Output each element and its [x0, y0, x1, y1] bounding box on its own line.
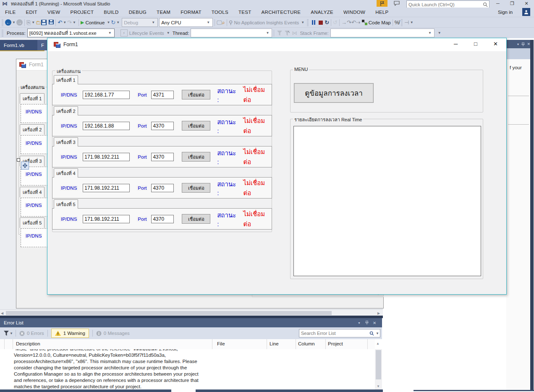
connect-button[interactable]: เชื่อมต่อ [182, 121, 210, 131]
lifecycle-events-label[interactable]: Lifecycle Events [129, 31, 164, 36]
code-map-icon[interactable] [362, 20, 367, 25]
panel-close-icon[interactable]: ✕ [373, 321, 376, 325]
col-line[interactable]: Line [270, 341, 279, 346]
alignment-icon[interactable]: ⊣ [404, 20, 409, 26]
quick-launch-input[interactable] [407, 2, 483, 7]
designer-ip-label[interactable]: IP/DNS [25, 203, 42, 208]
col-column[interactable]: Column [298, 341, 315, 346]
form-maximize-icon[interactable]: □ [474, 41, 477, 47]
form-minimize-icon[interactable]: ─ [454, 41, 458, 47]
menu-team[interactable]: TEAM [152, 8, 175, 16]
menu-debug[interactable]: DEBUG [124, 8, 152, 16]
stop-debugging-icon[interactable] [319, 21, 323, 25]
notifications-flag-icon[interactable] [377, 0, 387, 7]
port-input[interactable] [151, 153, 174, 161]
suspend-threads-icon[interactable]: ⋈ [292, 30, 297, 36]
toolbar-grip[interactable] [401, 19, 403, 26]
redo-icon[interactable]: ↷ [67, 20, 72, 26]
paste-icon[interactable]: ⎘ [26, 20, 31, 26]
save-icon[interactable] [41, 20, 47, 25]
panel-menu-icon[interactable]: ▼ [517, 43, 520, 46]
restore-button[interactable]: ❐ [506, 0, 518, 7]
continue-dropdown-icon[interactable]: ▼ [107, 21, 110, 24]
device-preview-icon[interactable]: 🖵 [217, 20, 222, 26]
navigate-forward-icon[interactable]: → [16, 19, 23, 26]
feedback-icon[interactable] [394, 1, 400, 6]
find-in-files-icon[interactable]: ⌕ [222, 20, 225, 26]
machine4-tab[interactable]: เครื่องที่ 4 [54, 168, 78, 178]
filter-dropdown-icon[interactable]: ▼ [10, 332, 13, 335]
insights-dropdown-icon[interactable]: ▼ [301, 21, 304, 24]
panel-menu-icon[interactable]: ▼ [358, 321, 361, 324]
sign-in-link[interactable]: Sign in [498, 10, 513, 15]
stack-frame-combo[interactable]: ▼ [330, 29, 435, 37]
menu-file[interactable]: FILE [0, 8, 21, 16]
toolbar-overflow-icon[interactable]: ▼ [438, 31, 441, 35]
ip-input[interactable] [83, 215, 130, 223]
navigate-back-icon[interactable]: ← [5, 19, 11, 26]
view-attendance-button[interactable]: ดูข้อมูลการลงเวลา [294, 83, 374, 103]
designer-ip-label[interactable]: IP/DNS [25, 233, 42, 238]
application-insights-icon[interactable]: ⚲ [229, 20, 233, 26]
designer-machine5-tab[interactable]: เครื่องที่ 5 [20, 217, 44, 228]
warning-row[interactable]: "MSIL" and the processor architecture of… [14, 349, 375, 389]
panel-close-icon[interactable]: ✕ [527, 42, 530, 46]
menu-tools[interactable]: TOOLS [207, 8, 233, 16]
save-all-icon[interactable] [48, 20, 54, 25]
machine2-tab[interactable]: เครื่องที่ 2 [54, 106, 78, 115]
step-into-icon[interactable]: → [341, 20, 347, 26]
paste-dropdown-icon[interactable]: ▼ [31, 21, 35, 24]
vscroll-thumb[interactable] [376, 350, 381, 379]
redo-dropdown-icon[interactable]: ▼ [73, 21, 76, 24]
scroll-left-icon[interactable]: ◀ [1, 311, 3, 315]
back-dropdown-icon[interactable]: ▼ [12, 21, 16, 24]
exceptions-toggle-icon[interactable]: %̸ [395, 20, 400, 26]
selection-handle[interactable] [17, 158, 20, 162]
scroll-right-icon[interactable]: ▶ [377, 311, 380, 315]
solution-configuration-combo[interactable]: Debug▼ [122, 18, 158, 27]
ip-input[interactable] [83, 91, 130, 99]
pin-icon[interactable] [365, 321, 369, 324]
designer-ip-label[interactable]: IP/DNS [25, 141, 42, 146]
designer-ip-label[interactable]: IP/DNS [25, 172, 42, 177]
step-over-icon[interactable]: ↷ [347, 20, 351, 26]
errors-toggle[interactable]: 0 Errors [27, 331, 44, 336]
pause-icon[interactable] [312, 20, 315, 25]
minimize-button[interactable]: ─ [492, 0, 504, 7]
warnings-toggle[interactable]: 1 Warning [51, 329, 89, 338]
menu-format[interactable]: FORMAT [175, 8, 207, 16]
add-item-icon[interactable]: 🗀 [36, 20, 41, 26]
menu-view[interactable]: VIEW [42, 8, 65, 16]
ip-input[interactable] [83, 153, 130, 161]
toolbar-overflow-icon[interactable]: ▼ [410, 21, 414, 24]
machine5-tab[interactable]: เครื่องที่ 5 [54, 199, 78, 209]
toolbar-grip[interactable] [2, 30, 3, 37]
designer-machine1-tab[interactable]: เครื่องที่ 1 [20, 93, 44, 104]
continue-button[interactable]: Continue [85, 20, 105, 25]
port-input[interactable] [151, 215, 174, 223]
errorlist-vscrollbar[interactable]: ▼ [375, 349, 382, 389]
menu-help[interactable]: HELP [370, 8, 393, 16]
menu-test[interactable]: TEST [233, 8, 257, 16]
machine1-tab[interactable]: เครื่องที่ 1 [54, 75, 78, 84]
ip-input[interactable] [83, 184, 130, 192]
messages-toggle[interactable]: 0 Messages [104, 331, 130, 336]
filter-icon[interactable] [4, 331, 9, 336]
machine3-tab[interactable]: เครื่องที่ 3 [54, 137, 78, 146]
menu-window[interactable]: WINDOW [338, 8, 370, 16]
menu-analyze[interactable]: ANALYZE [306, 8, 338, 16]
application-insights-label[interactable]: No Application Insights Events [234, 20, 299, 25]
toolbar-grip[interactable] [2, 19, 3, 26]
menu-build[interactable]: BUILD [99, 8, 123, 16]
designer-ip-label[interactable]: IP/DNS [25, 109, 42, 114]
profile-avatar-icon[interactable] [522, 8, 530, 16]
designer-machine2-tab[interactable]: เครื่องที่ 2 [20, 124, 44, 135]
errorlist-vscroll-down-icon[interactable]: ▼ [377, 384, 380, 388]
pin-icon[interactable] [521, 42, 525, 46]
code-map-label[interactable]: Code Map [369, 20, 391, 25]
undo-icon[interactable]: ↶ [58, 20, 62, 26]
app-form-titlebar[interactable]: Form1 ─ □ ✕ [47, 38, 506, 51]
errorlist-search-input[interactable] [299, 331, 369, 336]
designer-machine4-tab[interactable]: เครื่องที่ 4 [20, 187, 44, 197]
connect-button[interactable]: เชื่อมต่อ [182, 90, 210, 99]
